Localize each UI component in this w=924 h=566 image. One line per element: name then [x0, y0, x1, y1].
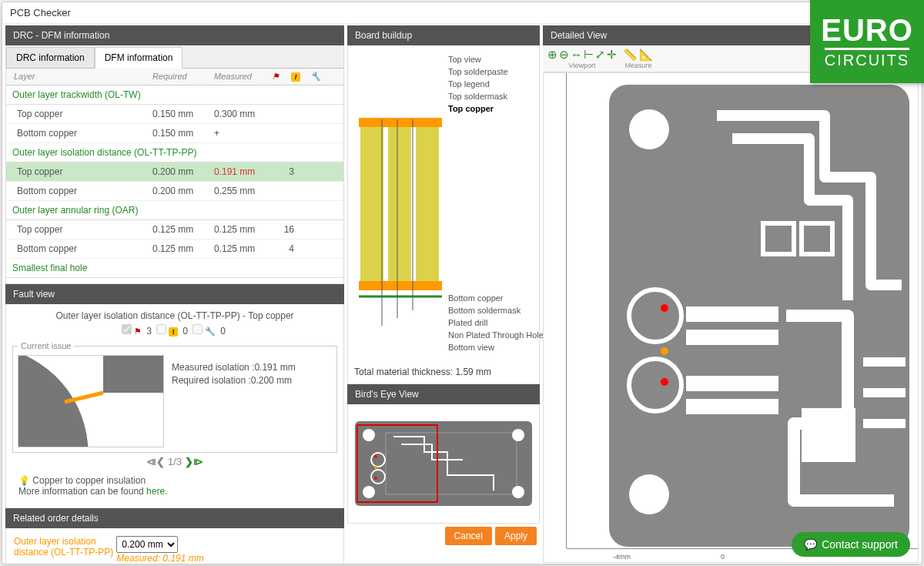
svg-point-32 [661, 347, 668, 355]
eurocircuits-logo: EURO CIRCUITS [810, 0, 924, 83]
thickness-text: Total material thickness: 1.59 mm [354, 367, 491, 377]
svg-rect-8 [388, 127, 411, 281]
issue-measured: Measured isolation :0.191 mm [172, 361, 296, 374]
svg-point-26 [629, 359, 681, 411]
fit-icon[interactable]: ⤢ [595, 48, 605, 62]
table-row[interactable]: Bottom copper0.150 mm+ [6, 124, 343, 143]
table-row[interactable]: Top copper0.200 mm0.191 mm3 [6, 162, 343, 182]
svg-rect-30 [686, 399, 778, 414]
bulb-icon: 💡 [18, 475, 30, 486]
wrench-icon: 🔧 [310, 72, 321, 81]
layer-item[interactable]: Top copper [448, 102, 508, 115]
table-row[interactable]: Bottom copper0.125 mm0.125 mm4 [6, 239, 343, 259]
svg-point-33 [661, 378, 668, 386]
issue-required: Required isolation :0.200 mm [172, 374, 296, 387]
layer-item[interactable]: Top view [448, 53, 508, 65]
current-issue-label: Current issue [18, 341, 74, 350]
group-row[interactable]: Outer layer isolation distance (OL-TT-TP… [6, 143, 343, 162]
pager-next[interactable]: ❯ [185, 456, 193, 467]
pager-text: 1/3 [168, 456, 182, 467]
svg-rect-35 [802, 223, 832, 254]
svg-point-18 [512, 486, 524, 498]
table-row[interactable]: Bottom copper0.200 mm0.255 mm [6, 182, 343, 201]
measure-label: Measure [624, 62, 651, 69]
fit-height-icon[interactable]: ⊢ [584, 48, 594, 62]
measure-icon[interactable]: 📏 [623, 48, 638, 62]
pcb-board [609, 85, 909, 547]
buildup-graphic [359, 118, 451, 333]
birds-panel-header: Bird's Eye View [347, 384, 540, 404]
cancel-button[interactable]: Cancel [445, 527, 492, 545]
svg-rect-28 [686, 330, 778, 345]
layer-item[interactable]: Top solderpaste [448, 65, 508, 78]
window-title-bar: PCB Checker ✕ [2, 2, 922, 24]
buildup-panel-header: Board buildup [347, 25, 540, 45]
group-row[interactable]: Outer layer annular ring (OAR) [6, 201, 343, 220]
tip-text: Copper to copper insulation [32, 475, 146, 486]
table-row[interactable]: Top copper0.150 mm0.300 mm [6, 105, 343, 124]
col-measured: Measured [214, 72, 272, 82]
fault-checkbox-warn [156, 324, 166, 334]
fault-checkbox-flag [122, 324, 132, 334]
window-title: PCB Checker [10, 7, 71, 18]
issue-graphic [18, 355, 164, 447]
table-row[interactable]: Plated drill0.25 mm0.55 mm [6, 278, 343, 283]
tab-dfm[interactable]: DFM information [95, 47, 183, 69]
layer-item[interactable]: Top soldermask [448, 90, 508, 102]
drc-table[interactable]: Outer layer trackwidth (OL-TW)Top copper… [6, 85, 343, 283]
center-icon[interactable]: ✛ [607, 48, 617, 62]
related-panel-header: Related order details [5, 508, 344, 528]
chat-icon: 💬 [804, 538, 817, 551]
more-text: More information can be found [18, 486, 144, 497]
detailed-view-canvas[interactable]: -4mm 0 [543, 72, 919, 563]
zoom-in-icon[interactable]: ⊕ [547, 48, 557, 62]
tab-drc[interactable]: DRC information [6, 47, 95, 68]
ruler-vertical [544, 73, 567, 548]
contact-support-button[interactable]: 💬 Contact support [792, 532, 910, 557]
pager-prev[interactable]: ❮ [156, 456, 165, 467]
svg-point-31 [661, 304, 668, 312]
warning-icon: ! [291, 72, 300, 82]
group-row[interactable]: Outer layer trackwidth (OL-TW) [6, 85, 343, 105]
col-layer: Layer [6, 72, 152, 82]
table-row[interactable]: Top copper0.125 mm0.125 mm16 [6, 220, 343, 239]
svg-point-17 [512, 429, 524, 441]
layer-item[interactable]: Top legend [448, 78, 508, 90]
svg-point-25 [629, 290, 681, 342]
svg-rect-10 [359, 281, 442, 290]
ruler-icon[interactable]: 📐 [639, 48, 654, 62]
svg-rect-7 [360, 127, 383, 281]
svg-rect-6 [359, 118, 442, 127]
fault-panel-header: Fault view [5, 284, 344, 304]
apply-button[interactable]: Apply [495, 527, 537, 545]
fault-counts: ⚑3 !0 🔧0 [12, 324, 337, 337]
zoom-out-icon[interactable]: ⊖ [559, 48, 569, 62]
svg-rect-34 [763, 223, 794, 254]
pager-first[interactable]: ⧏ [146, 456, 156, 467]
svg-rect-36 [802, 408, 855, 462]
here-link[interactable]: here [146, 486, 165, 497]
group-row[interactable]: Smallest final hole [6, 259, 343, 278]
related-label: Outer layer isolation distance (OL-TT-TP… [14, 536, 114, 558]
pager-last[interactable]: ⧐ [193, 456, 203, 467]
drc-panel-header: DRC - DFM information [5, 25, 344, 45]
svg-rect-0 [103, 356, 164, 393]
svg-rect-27 [686, 306, 778, 322]
fault-title: Outer layer isolation distance (OL-TT-TP… [12, 310, 337, 321]
fault-checkbox-wrench [192, 324, 203, 334]
svg-rect-9 [416, 127, 439, 281]
related-select[interactable]: 0.200 mm [116, 536, 178, 553]
viewport-label: Viewport [569, 62, 596, 69]
birds-selection[interactable] [357, 424, 438, 503]
fit-width-icon[interactable]: ↔ [571, 48, 582, 62]
svg-rect-29 [686, 376, 778, 391]
birds-eye-view[interactable] [355, 421, 532, 506]
col-required: Required [152, 72, 214, 82]
related-measured: Measured: 0.191 mm [116, 553, 203, 564]
flag-icon: ⚑ [272, 72, 280, 81]
